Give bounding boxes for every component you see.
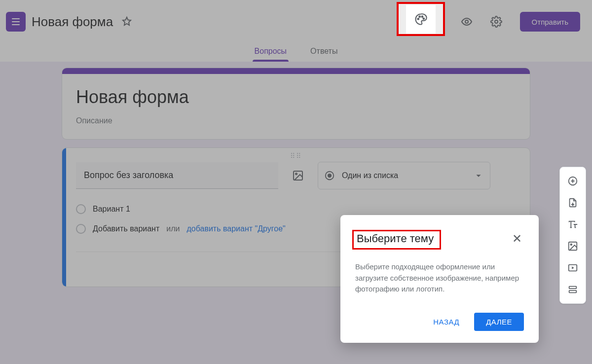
drag-handle-icon[interactable]: ⠿⠿ xyxy=(62,148,530,162)
svg-point-6 xyxy=(419,16,420,17)
svg-point-7 xyxy=(422,16,423,17)
palette-highlight-annotation xyxy=(397,2,445,36)
radio-icon xyxy=(76,204,86,214)
next-button[interactable]: ДАЛЕЕ xyxy=(474,313,524,331)
dialog-title: Выберите тему xyxy=(355,231,436,246)
preview-icon[interactable] xyxy=(455,10,479,34)
svg-point-4 xyxy=(495,20,498,23)
svg-point-3 xyxy=(465,20,468,23)
radio-icon xyxy=(76,224,86,234)
title-card[interactable]: Новая форма Описание xyxy=(62,68,530,140)
header: Новая форма Отправить Вопросы Ответы xyxy=(0,0,592,62)
question-type-select[interactable]: Один из списка xyxy=(318,162,490,189)
theme-dialog: Выберите тему ✕ Выберите подходящее офор… xyxy=(340,215,539,343)
forms-logo-icon[interactable] xyxy=(6,12,26,32)
question-type-label: Один из списка xyxy=(342,171,398,180)
svg-rect-2 xyxy=(12,24,20,25)
settings-icon[interactable] xyxy=(484,10,508,34)
svg-point-8 xyxy=(423,18,424,19)
svg-rect-19 xyxy=(569,291,577,293)
import-questions-button[interactable] xyxy=(563,193,583,213)
add-option-label[interactable]: Добавить вариант xyxy=(93,224,159,233)
svg-rect-0 xyxy=(12,18,20,19)
back-button[interactable]: НАЗАД xyxy=(433,318,459,326)
svg-rect-1 xyxy=(12,21,20,22)
add-question-button[interactable] xyxy=(563,171,583,191)
or-text: или xyxy=(166,224,180,233)
dialog-body: Выберите подходящее оформление или загру… xyxy=(355,261,524,295)
tab-responses[interactable]: Ответы xyxy=(308,42,339,62)
add-section-button[interactable] xyxy=(563,280,583,299)
svg-rect-18 xyxy=(569,287,577,289)
add-image-button[interactable] xyxy=(563,236,583,256)
form-description[interactable]: Описание xyxy=(76,116,516,125)
star-icon[interactable] xyxy=(121,16,133,28)
palette-icon[interactable] xyxy=(414,12,428,26)
svg-point-12 xyxy=(328,174,332,178)
add-title-button[interactable] xyxy=(563,215,583,234)
svg-point-16 xyxy=(570,244,572,245)
add-image-icon[interactable] xyxy=(288,166,308,185)
side-toolbar xyxy=(559,167,586,304)
option-label[interactable]: Вариант 1 xyxy=(93,205,130,214)
add-other-link[interactable]: добавить вариант "Другое" xyxy=(187,224,286,233)
tabs: Вопросы Ответы xyxy=(0,42,592,62)
close-icon[interactable]: ✕ xyxy=(510,230,524,248)
question-title-input[interactable] xyxy=(76,162,278,189)
svg-point-10 xyxy=(296,173,297,175)
send-button[interactable]: Отправить xyxy=(520,12,580,32)
svg-point-5 xyxy=(417,18,419,20)
tab-questions[interactable]: Вопросы xyxy=(253,42,289,62)
radio-icon xyxy=(324,170,335,181)
form-title[interactable]: Новая форма xyxy=(32,14,113,30)
chevron-down-icon xyxy=(473,170,484,181)
form-heading[interactable]: Новая форма xyxy=(76,87,516,108)
add-video-button[interactable] xyxy=(563,258,583,278)
